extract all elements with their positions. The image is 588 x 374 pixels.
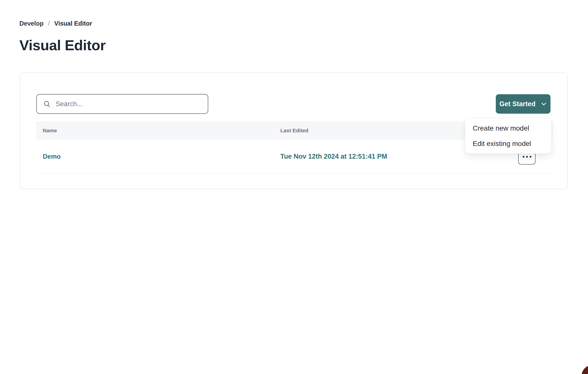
page-title: Visual Editor	[19, 37, 106, 53]
model-last-edited: Tue Nov 12th 2024 at 12:51:41 PM	[280, 153, 387, 160]
get-started-button[interactable]: Get Started	[496, 94, 550, 114]
ellipsis-icon	[523, 156, 531, 158]
breadcrumb-visual-editor: Visual Editor	[54, 20, 92, 27]
column-header-last-edited: Last Edited	[280, 128, 308, 134]
breadcrumb-develop[interactable]: Develop	[19, 20, 43, 27]
chevron-down-icon	[541, 101, 547, 107]
model-name-link[interactable]: Demo	[43, 153, 61, 160]
get-started-dropdown: Create new model Edit existing model	[465, 118, 552, 154]
corner-artifact	[582, 365, 588, 374]
search-box[interactable]	[36, 94, 208, 114]
get-started-label: Get Started	[499, 100, 536, 108]
breadcrumb: Develop / Visual Editor	[19, 20, 92, 27]
search-input[interactable]	[56, 100, 203, 108]
search-icon	[43, 100, 51, 108]
menu-item-create-new-model[interactable]: Create new model	[465, 121, 551, 136]
column-header-name: Name	[43, 128, 57, 134]
visual-editor-page: Develop / Visual Editor Visual Editor Ge…	[0, 0, 588, 374]
menu-item-edit-existing-model[interactable]: Edit existing model	[465, 136, 551, 151]
breadcrumb-separator: /	[48, 20, 50, 27]
